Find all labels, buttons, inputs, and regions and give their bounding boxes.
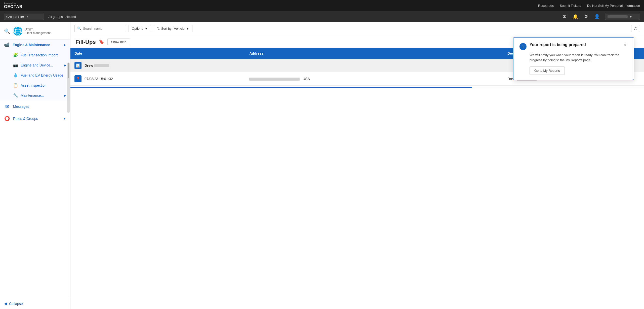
- progress-row: [70, 86, 644, 88]
- sidebar-header: 🔍 AT&T Fleet Management: [0, 22, 70, 40]
- resources-link[interactable]: Resources: [538, 4, 554, 8]
- options-label: Options: [132, 27, 143, 30]
- toolbar: 🔍 Options ▼ ⇅ Sort by: Vehicle ▼ 🖨: [70, 22, 644, 35]
- notification-close-button[interactable]: ×: [623, 43, 628, 48]
- engine-icon: 📹: [4, 42, 10, 48]
- powered-by-text: Powered by: [4, 2, 22, 5]
- top-bar-left: Powered by GEOTAB: [4, 2, 22, 9]
- notification-body: We will notify you when your report is r…: [519, 53, 628, 62]
- sidebar: 🔍 AT&T Fleet Management 📹 Engine & Maint…: [0, 22, 70, 309]
- col-address: Address: [245, 48, 503, 59]
- sidebar-item-fuel-import[interactable]: 🧩 Fuel Transaction Import: [0, 50, 70, 60]
- nav-section-engine: 📹 Engine & Maintenance ▲ 🧩 Fuel Transact…: [0, 40, 70, 100]
- fuel-ev-icon: 💧: [13, 73, 18, 78]
- att-logo: [13, 26, 23, 36]
- sidebar-item-fuel-ev[interactable]: 💧 Fuel and EV Energy Usage: [0, 70, 70, 80]
- groups-bar: Groups filter ▼ All groups selected ✉ 🔔 …: [0, 11, 644, 22]
- search-box[interactable]: 🔍: [74, 25, 126, 32]
- info-icon: i: [519, 43, 527, 50]
- groups-filter-select[interactable]: Groups filter ▼: [4, 14, 44, 20]
- sidebar-item-asset-inspection[interactable]: 📋 Asset Inspection: [0, 80, 70, 90]
- notification-popup: i Your report is being prepared × We wil…: [513, 37, 634, 80]
- progress-bar-cell: [70, 86, 644, 88]
- engine-maintenance-header[interactable]: 📹 Engine & Maintenance ▲: [0, 40, 70, 50]
- user-menu-button[interactable]: ▼: [605, 14, 640, 20]
- bell-icon-button[interactable]: 🔔: [572, 13, 579, 20]
- top-bar-nav: Resources Submit Tickets Do Not Sell My …: [538, 4, 640, 8]
- sort-button[interactable]: ⇅ Sort by: Vehicle ▼: [154, 25, 193, 32]
- collapse-left-icon: ◀: [4, 301, 7, 306]
- table-container: Date Address Device 📊 Drew: [70, 48, 644, 309]
- rules-groups-label: Rules & Groups: [13, 117, 60, 121]
- print-button[interactable]: 🖨: [631, 25, 640, 32]
- brand-name: GEOTAB: [4, 5, 22, 9]
- search-icon: 🔍: [77, 26, 82, 30]
- sidebar-scrollbar-thumb: [68, 63, 69, 78]
- options-arrow-icon: ▼: [145, 27, 148, 30]
- bookmark-icon[interactable]: 🔖: [99, 39, 104, 45]
- gear-icon-button[interactable]: ⚙: [583, 13, 589, 20]
- sidebar-brand: AT&T Fleet Management: [25, 28, 51, 35]
- sort-value: Vehicle: [174, 27, 184, 30]
- main-layout: 🔍 AT&T Fleet Management 📹 Engine & Maint…: [0, 22, 644, 309]
- show-help-button[interactable]: Show help: [107, 39, 130, 45]
- collapse-label: Collapse: [9, 302, 23, 306]
- engine-device-label: Engine and Device...: [21, 63, 53, 67]
- sidebar-item-maintenance[interactable]: 🔧 Maintenance... ▶: [0, 90, 70, 100]
- maintenance-arrow-icon: ▶: [64, 94, 66, 97]
- group-name-redacted: [94, 64, 109, 67]
- show-help-label: Show help: [111, 40, 127, 44]
- asset-inspection-label: Asset Inspection: [21, 83, 47, 87]
- group-chart-icon: 📊: [74, 62, 82, 69]
- address-cell: USA: [245, 72, 503, 86]
- date-value: 07/08/23 15:01:32: [85, 77, 113, 81]
- sidebar-brand-name: AT&T: [25, 28, 51, 31]
- col-date: Date: [70, 48, 245, 59]
- search-icon-sidebar[interactable]: 🔍: [4, 28, 10, 34]
- notification-header: i Your report is being prepared ×: [519, 43, 628, 50]
- toolbar-right: 🖨: [631, 25, 640, 32]
- collapse-button[interactable]: ◀ Collapse: [4, 301, 66, 306]
- groups-filter-label: Groups filter: [6, 15, 24, 19]
- sidebar-item-rules-groups[interactable]: ⭕ Rules & Groups ▼: [0, 113, 70, 125]
- sort-arrow-icon: ▼: [186, 27, 189, 30]
- user-menu-arrow-icon: ▼: [629, 15, 632, 19]
- engine-collapse-icon: ▲: [63, 43, 66, 47]
- puzzle-icon: 🧩: [13, 53, 18, 58]
- address-country: USA: [303, 77, 310, 81]
- content-area: 🔍 Options ▼ ⇅ Sort by: Vehicle ▼ 🖨 Fill-…: [70, 22, 644, 309]
- sidebar-item-engine-device[interactable]: 📷 Engine and Device... ▶: [0, 60, 70, 70]
- fuel-ev-label: Fuel and EV Energy Usage: [21, 73, 63, 77]
- messages-icon: ✉: [4, 104, 10, 110]
- maintenance-label: Maintenance...: [21, 93, 44, 97]
- user-name-redacted: [608, 15, 628, 18]
- rules-groups-arrow-icon: ▼: [63, 117, 66, 120]
- rules-icon: ⭕: [4, 116, 10, 122]
- do-not-sell-link[interactable]: Do Not Sell My Personal Information: [587, 4, 640, 8]
- go-to-reports-button[interactable]: Go to My Reports: [530, 66, 565, 75]
- options-button[interactable]: Options ▼: [129, 25, 151, 32]
- search-input[interactable]: [83, 27, 123, 30]
- group-name: Drew: [85, 63, 93, 67]
- fuel-import-label: Fuel Transaction Import: [21, 53, 58, 57]
- checklist-icon: 📋: [13, 83, 18, 88]
- print-icon: 🖨: [634, 27, 637, 30]
- groups-filter-arrow-icon: ▼: [26, 15, 29, 18]
- engine-device-arrow-icon: ▶: [64, 64, 66, 67]
- date-cell: 📍 07/08/23 15:01:32: [70, 72, 245, 86]
- user-icon-button[interactable]: 👤: [593, 13, 601, 20]
- wrench-icon: 🔧: [13, 93, 18, 98]
- notification-title: Your report is being prepared: [530, 43, 620, 47]
- page-title: Fill-Ups: [75, 39, 96, 45]
- sort-icon: ⇅: [157, 27, 160, 30]
- messages-label: Messages: [13, 105, 66, 109]
- groups-bar-icons: ✉ 🔔 ⚙ 👤 ▼: [562, 13, 640, 20]
- progress-bar: [70, 87, 472, 88]
- sort-label: Sort by:: [161, 27, 173, 30]
- mail-icon-button[interactable]: ✉: [562, 13, 568, 20]
- address-redacted: [249, 78, 300, 81]
- engine-section-label: Engine & Maintenance: [13, 43, 50, 47]
- submit-tickets-link[interactable]: Submit Tickets: [560, 4, 581, 8]
- all-groups-text: All groups selected: [48, 15, 76, 19]
- sidebar-item-messages[interactable]: ✉ Messages: [0, 100, 70, 113]
